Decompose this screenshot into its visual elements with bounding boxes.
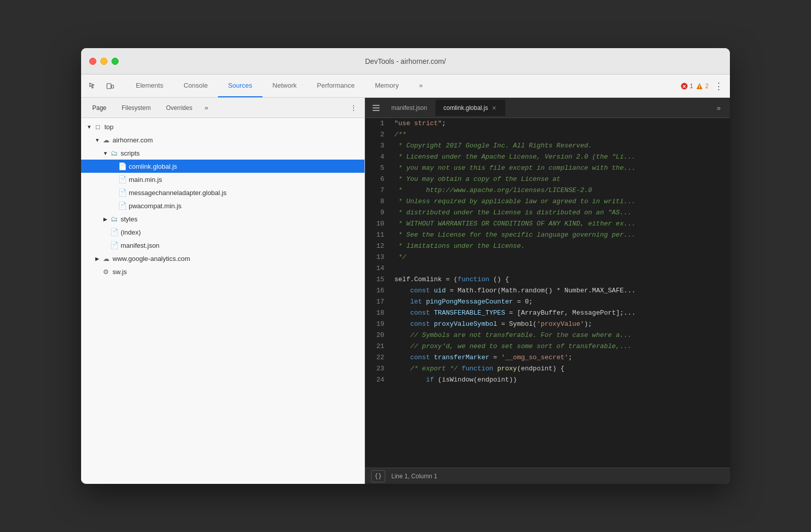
code-line-20: 20 // Symbols are not transferable. For … (365, 330, 730, 341)
tree-item-main[interactable]: 📄 main.min.js (81, 173, 364, 186)
file-icon-main: 📄 (118, 175, 127, 184)
code-line-1: 1 "use strict"; (365, 118, 730, 129)
status-bar: {} Line 1, Column 1 (365, 468, 730, 484)
tab-filesystem[interactable]: Filesystem (115, 100, 158, 116)
tree-item-airhorner[interactable]: ▼ ☁ airhorner.com (81, 133, 364, 146)
cursor-position: Line 1, Column 1 (391, 473, 437, 480)
tree-item-messagechannel[interactable]: 📄 messagechanneladapter.global.js (81, 186, 364, 199)
toggle-sidebar-button[interactable] (369, 101, 383, 115)
svg-rect-0 (107, 84, 111, 89)
code-line-13: 13 */ (365, 252, 730, 263)
code-line-2: 2 /** (365, 129, 730, 140)
arrow-google: ▶ (93, 256, 101, 261)
code-line-8: 8 * Unless required by applicable law or… (365, 196, 730, 207)
svg-rect-7 (373, 107, 380, 108)
code-line-4: 4 * Licensed under the Apache License, V… (365, 151, 730, 163)
tab-memory[interactable]: Memory (365, 74, 409, 97)
inspect-element-icon[interactable] (85, 79, 100, 94)
file-icon-manifest: 📄 (109, 241, 119, 250)
code-line-15: 15 self.Comlink = (function () { (365, 274, 730, 285)
tab-console[interactable]: Console (173, 74, 218, 97)
arrow-top: ▼ (85, 124, 93, 130)
svg-rect-8 (373, 110, 380, 111)
code-line-11: 11 * See the License for the specific la… (365, 230, 730, 241)
title-bar: DevTools - airhorner.com/ (81, 48, 730, 74)
right-panel: manifest.json comlink.global.js × » 1 "u… (365, 98, 730, 484)
folder-icon-scripts: 🗂 (109, 148, 119, 158)
tree-item-manifest[interactable]: 📄 manifest.json (81, 239, 364, 252)
code-line-24: 24 if (isWindow(endpoint)) (365, 374, 730, 386)
file-icon-pwacompat: 📄 (118, 201, 127, 210)
cloud-icon-google: ☁ (101, 254, 110, 263)
code-line-17: 17 let pingPongMessageCounter = 0; (365, 296, 730, 308)
traffic-lights (89, 58, 119, 65)
toolbar-more-button[interactable]: ⋮ (712, 79, 726, 93)
arrow-styles: ▶ (101, 216, 109, 222)
code-line-21: 21 // proxy'd, we need to set some sort … (365, 341, 730, 352)
arrow-scripts: ▼ (101, 150, 109, 156)
editor-tab-manifest[interactable]: manifest.json (383, 100, 435, 116)
editor-tabs: manifest.json comlink.global.js × » (365, 98, 730, 118)
tree-item-pwacompat[interactable]: 📄 pwacompat.min.js (81, 199, 364, 212)
left-panel: Page Filesystem Overrides » ⋮ ▼ □ top (81, 98, 365, 484)
code-area[interactable]: 1 "use strict"; 2 /** 3 * Copyright 2017… (365, 118, 730, 468)
tab-performance[interactable]: Performance (307, 74, 364, 97)
code-line-6: 6 * You may obtain a copy of the License… (365, 174, 730, 185)
error-badge[interactable]: ✕ 1 (681, 83, 693, 90)
code-line-23: 23 /* export */ function proxy(endpoint)… (365, 363, 730, 374)
code-line-14: 14 (365, 263, 730, 274)
editor-tab-comlink[interactable]: comlink.global.js × (435, 100, 505, 116)
tree-item-scripts[interactable]: ▼ 🗂 scripts (81, 146, 364, 160)
tab-overrides[interactable]: Overrides (159, 100, 199, 116)
svg-text:✕: ✕ (682, 84, 686, 89)
tab-elements[interactable]: Elements (126, 74, 173, 97)
tree-item-comlink[interactable]: 📄 comlink.global.js (81, 160, 364, 173)
code-table: 1 "use strict"; 2 /** 3 * Copyright 2017… (365, 118, 730, 386)
file-tree: ▼ □ top ▼ ☁ airhorner.com ▼ 🗂 scripts (81, 118, 364, 484)
close-tab-comlink[interactable]: × (491, 104, 497, 112)
maximize-button[interactable] (112, 58, 119, 65)
minimize-button[interactable] (100, 58, 107, 65)
gear-icon-sw: ⚙ (101, 267, 110, 276)
cloud-icon-airhorner: ☁ (101, 135, 110, 144)
code-line-5: 5 * you may not use this file except in … (365, 163, 730, 174)
code-line-16: 16 const uid = Math.floor(Math.random() … (365, 285, 730, 296)
arrow-airhorner: ▼ (93, 137, 101, 143)
tab-sources[interactable]: Sources (218, 74, 263, 97)
panel-options-button[interactable]: ⋮ (346, 101, 360, 115)
tab-more[interactable]: » (409, 74, 433, 97)
tree-item-sw[interactable]: ⚙ sw.js (81, 265, 364, 278)
tab-page[interactable]: Page (85, 100, 114, 116)
code-line-12: 12 * limitations under the License. (365, 241, 730, 252)
tab-network[interactable]: Network (263, 74, 307, 97)
tree-item-google[interactable]: ▶ ☁ www.google-analytics.com (81, 252, 364, 265)
window-title: DevTools - airhorner.com/ (365, 57, 446, 65)
toolbar-tabs: Elements Console Sources Network Perform… (120, 74, 679, 97)
tree-item-top[interactable]: ▼ □ top (81, 120, 364, 133)
tree-item-index[interactable]: 📄 (index) (81, 225, 364, 239)
code-line-19: 19 const proxyValueSymbol = Symbol('prox… (365, 319, 730, 330)
devtools-window: DevTools - airhorner.com/ Elements Conso… (81, 48, 730, 484)
device-toolbar-icon[interactable] (102, 79, 118, 94)
toolbar: Elements Console Sources Network Perform… (81, 74, 730, 98)
svg-rect-1 (112, 85, 114, 88)
folder-icon-styles: 🗂 (109, 214, 119, 223)
main-content: Page Filesystem Overrides » ⋮ ▼ □ top (81, 98, 730, 484)
code-line-9: 9 * distributed under the License is dis… (365, 207, 730, 218)
toolbar-right: ✕ 1 ! 2 ⋮ (681, 79, 726, 93)
code-line-10: 10 * WITHOUT WARRANTIES OR CONDITIONS OF… (365, 218, 730, 230)
tree-item-styles[interactable]: ▶ 🗂 styles (81, 212, 364, 225)
folder-icon-top: □ (93, 122, 102, 131)
format-button[interactable]: {} (371, 470, 385, 482)
tab-more-left[interactable]: » (200, 100, 212, 116)
svg-text:!: ! (699, 84, 701, 89)
file-icon-index: 📄 (109, 227, 119, 237)
code-line-18: 18 const TRANSFERABLE_TYPES = [ArrayBuff… (365, 308, 730, 319)
svg-rect-6 (373, 105, 380, 106)
warn-badge[interactable]: ! 2 (696, 83, 709, 90)
close-button[interactable] (89, 58, 96, 65)
file-icon-comlink: 📄 (118, 162, 127, 171)
code-line-7: 7 * http://www.apache.org/licenses/LICEN… (365, 185, 730, 196)
collapse-editor-button[interactable]: » (712, 101, 726, 115)
code-line-22: 22 const transferMarker = '__omg_so_secr… (365, 352, 730, 363)
